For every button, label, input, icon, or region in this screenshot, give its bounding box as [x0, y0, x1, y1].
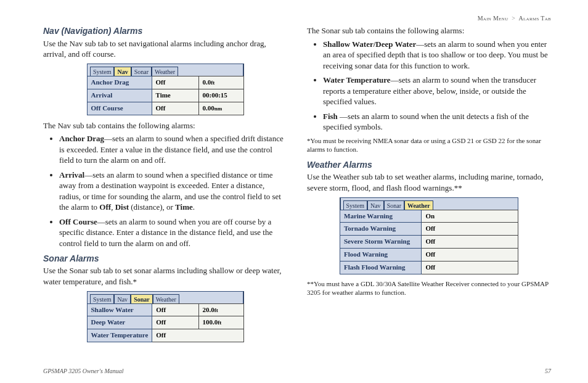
row-label: Tornado Warning [340, 223, 422, 236]
row-label: Flash Flood Warning [340, 261, 422, 274]
weather-alarms-intro: Use the Weather sub tab to set weather a… [307, 171, 551, 193]
list-item: Shallow Water/Deep Water—sets an alarm t… [323, 39, 551, 72]
table-row: Deep Water Off 100.0ft [87, 316, 243, 329]
row-value: 00:00:15 [198, 89, 243, 102]
row-label: Arrival [87, 89, 152, 102]
sonar-alarms-screenshot: System Nav Sonar Weather Shallow Water O… [87, 291, 244, 343]
nav-list-intro: The Nav sub tab contains the following a… [43, 120, 287, 131]
tab-sonar: Sonar [131, 294, 153, 303]
tab-system: System [90, 294, 114, 303]
nav-tabs: System Nav Sonar Weather [87, 64, 243, 76]
list-item: Anchor Drag—sets an alarm to sound when … [59, 133, 287, 166]
table-row: Marine Warning On [340, 210, 518, 223]
row-value: Off [422, 236, 518, 249]
breadcrumb-b: Alarms Tab [519, 15, 552, 22]
tab-weather: Weather [152, 67, 178, 76]
row-value: Off [152, 329, 243, 342]
row-value: On [422, 210, 518, 223]
tab-nav: Nav [367, 200, 384, 210]
list-item: Off Course—sets an alarm to sound when y… [59, 216, 287, 249]
list-item: Water Temperature—sets an alarm to sound… [323, 75, 551, 107]
table-row: Flash Flood Warning Off [340, 261, 518, 274]
tab-system: System [90, 67, 114, 76]
row-value: Time [152, 89, 198, 102]
nav-alarm-list: Anchor Drag—sets an alarm to sound when … [43, 133, 287, 249]
list-item: Arrival—sets an alarm to sound when a sp… [59, 170, 287, 213]
row-value: 0.00nm [198, 102, 243, 115]
table-row: Water Temperature Off [87, 329, 243, 342]
list-item: Fish —sets an alarm to sound when the un… [323, 111, 551, 133]
page-footer: GPSMAP 3205 Owner's Manual 57 [43, 368, 551, 374]
sonar-alarms-intro: Use the Sonar sub tab to set sonar alarm… [43, 265, 287, 287]
page-number: 57 [545, 368, 551, 374]
tab-system: System [343, 200, 367, 210]
weather-alarms-screenshot: System Nav Sonar Weather Marine Warning … [340, 197, 518, 274]
breadcrumb: Main Menu > Alarms Tab [43, 15, 551, 22]
row-value: 0.0ft [198, 76, 243, 89]
row-label: Off Course [87, 102, 152, 115]
breadcrumb-a: Main Menu [478, 15, 508, 22]
row-value: Off [152, 316, 198, 329]
table-row: Flood Warning Off [340, 249, 518, 262]
breadcrumb-sep: > [512, 15, 515, 22]
table-row: Anchor Drag Off 0.0ft [87, 76, 243, 89]
tab-nav: Nav [114, 67, 131, 76]
sonar-footnote: *You must be receiving NMEA sonar data o… [307, 136, 551, 154]
nav-alarms-screenshot: System Nav Sonar Weather Anchor Drag Off… [87, 64, 244, 115]
row-value: Off [152, 303, 198, 316]
row-value: Off [422, 249, 518, 262]
sonar-tabs: System Nav Sonar Weather [87, 291, 243, 303]
row-value: 20.0ft [198, 303, 243, 316]
table-row: Arrival Time 00:00:15 [87, 89, 243, 102]
tab-sonar: Sonar [384, 200, 404, 210]
row-value: Off [422, 261, 518, 274]
weather-tabs: System Nav Sonar Weather [340, 197, 518, 210]
row-label: Flood Warning [340, 249, 422, 262]
row-label: Shallow Water [87, 303, 152, 316]
row-value: Off [152, 102, 198, 115]
right-column: The Sonar sub tab contains the following… [307, 24, 551, 347]
row-label: Severe Storm Warning [340, 236, 422, 249]
row-value: Off [152, 76, 198, 89]
tab-weather: Weather [153, 294, 179, 303]
left-column: Nav (Navigation) Alarms Use the Nav sub … [43, 24, 287, 347]
tab-nav: Nav [114, 294, 131, 303]
heading-nav-alarms: Nav (Navigation) Alarms [43, 25, 287, 37]
table-row: Off Course Off 0.00nm [87, 102, 243, 115]
table-row: Severe Storm Warning Off [340, 236, 518, 249]
weather-footnote: **You must have a GDL 30/30A Satellite W… [307, 279, 551, 297]
row-value: Off [422, 223, 518, 236]
sonar-alarm-list: Shallow Water/Deep Water—sets an alarm t… [307, 39, 551, 133]
heading-sonar-alarms: Sonar Alarms [43, 253, 287, 265]
tab-sonar: Sonar [131, 67, 152, 76]
table-row: Tornado Warning Off [340, 223, 518, 236]
row-label: Anchor Drag [87, 76, 152, 89]
row-label: Deep Water [87, 316, 152, 329]
footer-title: GPSMAP 3205 Owner's Manual [43, 368, 124, 374]
row-label: Marine Warning [340, 210, 422, 223]
table-row: Shallow Water Off 20.0ft [87, 303, 243, 316]
tab-weather: Weather [404, 200, 433, 210]
sonar-list-intro: The Sonar sub tab contains the following… [307, 25, 551, 36]
row-value: 100.0ft [198, 316, 243, 329]
row-label: Water Temperature [87, 329, 152, 342]
heading-weather-alarms: Weather Alarms [307, 159, 551, 171]
nav-alarms-intro: Use the Nav sub tab to set navigational … [43, 38, 287, 60]
